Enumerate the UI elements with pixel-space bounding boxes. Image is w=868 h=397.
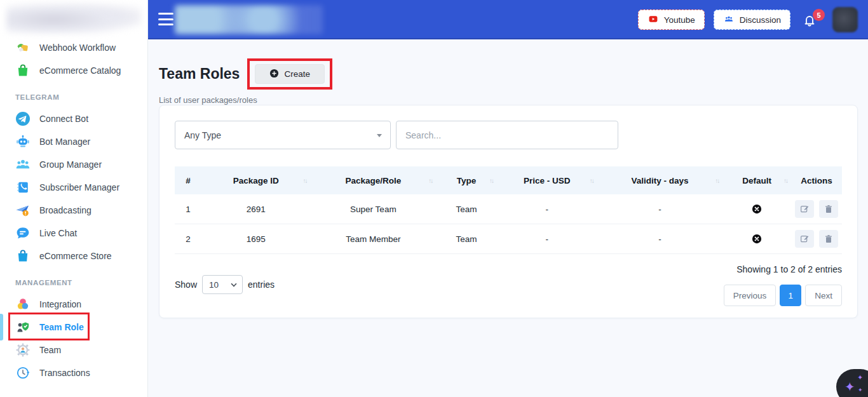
main-content: Team Roles Create List of user packages/… [148, 39, 868, 397]
sidebar-item-live-chat[interactable]: Live Chat [0, 222, 147, 245]
page-subtitle: List of user packages/roles [159, 95, 858, 105]
roles-card: Any Type # Package ID↑↓ Package/Role↑↓ T… [159, 105, 858, 318]
page-head: Team Roles Create List of user packages/… [148, 39, 868, 105]
filter-row: Any Type [175, 121, 842, 149]
sidebar-item-label: Webhook Workflow [39, 43, 116, 53]
sparkle-small-icon: ✦ [858, 387, 863, 393]
youtube-button[interactable]: Youtube [638, 10, 705, 30]
column-header-actions: Actions [791, 166, 842, 194]
sidebar-item-integration[interactable]: Integration [0, 293, 147, 316]
cell-default [722, 224, 791, 254]
sidebar-item-team[interactable]: Team [0, 339, 147, 361]
circle-x-icon [751, 203, 763, 215]
current-page-button[interactable]: 1 [780, 285, 801, 306]
cell-package-role: Team Member [311, 224, 437, 254]
search-input[interactable] [396, 121, 618, 149]
sidebar-section-telegram: TELEGRAM [0, 90, 147, 105]
sidebar: Webhook Workflow eCommerce Catalog TELEG… [0, 0, 148, 397]
sparkles-icon: ✦ [844, 379, 855, 394]
edit-icon [799, 204, 810, 214]
show-label: Show [175, 279, 197, 290]
showing-entries-text: Showing 1 to 2 of 2 entries [736, 264, 842, 274]
sidebar-item-ecommerce-catalog[interactable]: eCommerce Catalog [0, 59, 147, 82]
group-people-icon [15, 157, 31, 172]
discussion-button[interactable]: Discussion [714, 10, 790, 30]
page-size-select[interactable]: 10 [202, 275, 243, 294]
sort-icon[interactable]: ↑↓ [715, 177, 719, 184]
column-header-default[interactable]: Default↑↓ [722, 166, 791, 194]
cell-num: 1 [175, 194, 201, 224]
ecommerce-catalog-icon [15, 63, 31, 78]
cell-actions [791, 194, 842, 224]
type-filter-select[interactable]: Any Type [175, 121, 391, 149]
sort-icon[interactable]: ↑↓ [428, 177, 432, 184]
app-window: Webhook Workflow eCommerce Catalog TELEG… [0, 0, 868, 397]
cell-type: Team [436, 194, 497, 224]
type-filter-value: Any Type [184, 130, 221, 140]
chevron-down-icon [377, 134, 382, 137]
sort-icon[interactable]: ↑↓ [590, 177, 593, 184]
column-header-package-role[interactable]: Package/Role↑↓ [311, 166, 437, 194]
chevron-down-icon [231, 281, 237, 286]
user-avatar[interactable] [832, 7, 858, 32]
edit-button[interactable] [795, 200, 814, 218]
contact-book-icon [15, 180, 31, 195]
cell-package-role: Super Team [311, 194, 437, 224]
sidebar-item-connect-bot[interactable]: Connect Bot [0, 107, 147, 130]
table-footer: Show 10 entries Showing 1 to 2 of 2 entr… [175, 263, 842, 306]
cell-type: Team [436, 224, 497, 254]
page-size-group: Show 10 entries [175, 263, 275, 306]
circle-x-icon [751, 233, 763, 245]
edit-icon [799, 234, 810, 244]
cell-validity: - [597, 194, 723, 224]
notification-bell-icon[interactable]: 5 [802, 10, 820, 29]
sort-icon[interactable]: ↑↓ [303, 177, 307, 184]
sort-icon[interactable]: ↑↓ [783, 177, 787, 184]
sidebar-item-team-role[interactable]: Team Role [0, 316, 147, 339]
active-item-indicator [0, 314, 3, 340]
sort-icon[interactable]: ↑↓ [489, 177, 493, 184]
next-page-button[interactable]: Next [805, 285, 842, 306]
trash-icon [824, 234, 834, 244]
column-header-type[interactable]: Type↑↓ [436, 166, 497, 194]
column-header-package-id[interactable]: Package ID↑↓ [201, 166, 311, 194]
edit-button[interactable] [795, 230, 814, 248]
sidebar-logo-blurred [6, 2, 141, 34]
sidebar-item-transactions[interactable]: Transactions [0, 361, 147, 384]
sidebar-item-broadcasting[interactable]: Broadcasting [0, 199, 147, 222]
sidebar-item-label: Connect Bot [39, 114, 88, 124]
sidebar-item-label: Subscriber Manager [39, 182, 119, 192]
cell-price: - [497, 194, 597, 224]
shopping-bag-icon [15, 248, 31, 264]
column-header-num: # [175, 166, 201, 194]
sidebar-item-label: Bot Manager [39, 137, 90, 147]
history-clock-icon [15, 365, 31, 380]
sidebar-item-subscriber-manager[interactable]: Subscriber Manager [0, 176, 147, 199]
youtube-play-icon [648, 15, 659, 25]
topbar-logo-blurred [175, 5, 323, 34]
page-title: Team Roles [159, 65, 240, 83]
cell-package-id: 1695 [201, 224, 311, 254]
sidebar-item-label: Team [39, 345, 61, 355]
entries-label: entries [248, 279, 275, 290]
create-button[interactable]: Create [255, 64, 325, 84]
sidebar-item-webhook-workflow[interactable]: Webhook Workflow [0, 36, 147, 59]
delete-button[interactable] [819, 200, 838, 218]
hamburger-menu-icon[interactable] [158, 13, 173, 25]
sidebar-section-management: MANAGEMENT [0, 275, 147, 290]
sidebar-item-label: Transactions [39, 368, 90, 378]
previous-page-button[interactable]: Previous [724, 285, 776, 306]
people-icon [723, 15, 735, 25]
robot-icon [15, 134, 31, 149]
delete-button[interactable] [819, 230, 838, 248]
youtube-button-label: Youtube [664, 15, 695, 25]
column-header-validity[interactable]: Validity - days↑↓ [597, 166, 723, 194]
chat-bubble-icon [15, 225, 31, 241]
sidebar-item-bot-manager[interactable]: Bot Manager [0, 130, 147, 153]
cell-actions [791, 224, 842, 254]
sidebar-item-group-manager[interactable]: Group Manager [0, 153, 147, 176]
sidebar-item-ecommerce-store[interactable]: eCommerce Store [0, 245, 147, 267]
column-header-price[interactable]: Price - USD↑↓ [497, 166, 597, 194]
table-row: 1 2691 Super Team Team - - [175, 194, 842, 224]
plus-circle-icon [269, 69, 279, 80]
